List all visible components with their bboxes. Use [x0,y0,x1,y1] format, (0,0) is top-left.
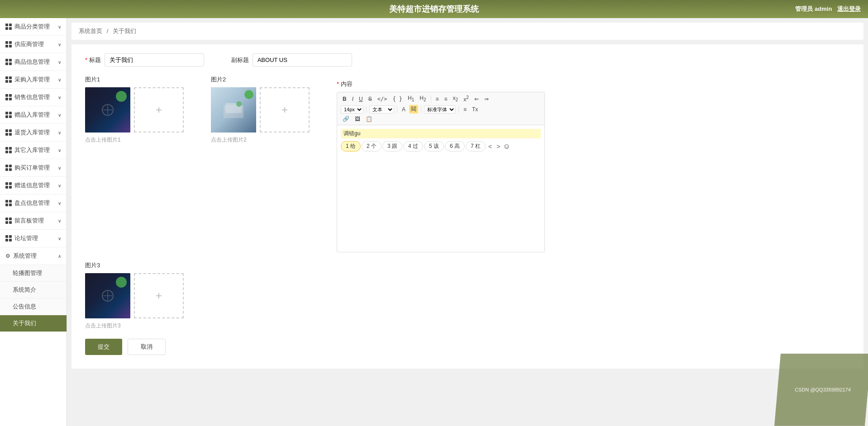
suggestion-4[interactable]: 4 过 [403,141,423,151]
sidebar-item-forum[interactable]: 论坛管理 ∨ [0,230,67,247]
rich-text-editor[interactable]: B I U S </> { } H1 H2 ≡ ≡ [337,92,545,252]
sidebar-item-gift-purchase[interactable]: 赠品入库管理 ∨ [0,106,67,124]
sidebar-label: 商品信息管理 [14,58,50,66]
subtitle-field: 副标题 [231,53,352,66]
suggestion-3[interactable]: 3 跟 [382,141,402,151]
chevron-down-icon: ∨ [58,236,61,241]
suggestion-prev-button[interactable]: < [486,142,494,151]
font-family-select[interactable]: 标准字体 宋体 黑体 [424,105,456,114]
sidebar-label: 商品分类管理 [14,23,50,31]
image3-label: 图片3 [85,261,184,270]
toolbar-row2: 14px 12px 16px 18px 文本 标题1 标题2 [341,105,541,114]
underline-button[interactable]: U [357,95,365,103]
grid-icon [5,41,12,47]
title-input[interactable] [105,53,204,66]
font-color-button[interactable]: A [400,105,407,114]
suggestion-7[interactable]: 7 杠 [466,141,486,151]
font-size-select[interactable]: 14px 12px 16px 18px [341,105,363,114]
sidebar-item-return[interactable]: 退货入库管理 ∨ [0,124,67,142]
list-button[interactable]: ≡ [434,95,441,103]
bold-button[interactable]: B [341,95,348,103]
image1-label: 图片1 [85,76,184,84]
sidebar-item-other-purchase[interactable]: 其它入库管理 ∨ [0,142,67,159]
suggestion-5[interactable]: 5 该 [424,141,444,151]
app-title: 美特超市进销存管理系统 [389,5,479,14]
code-button[interactable]: </> [376,95,389,103]
sidebar-label: 退货入库管理 [14,128,50,137]
chevron-down-icon: ∨ [58,113,61,118]
superscript-button[interactable]: x2 [462,94,471,104]
font-highlight-button[interactable]: 閥 [409,105,418,114]
chevron-down-icon: ∨ [58,130,61,135]
main-content: 系统首页 / 关于我们 标题 副标题 [67,18,868,426]
subscript-button[interactable]: x2 [451,94,460,103]
sidebar-item-product-info[interactable]: 商品信息管理 ∨ [0,53,67,71]
sidebar-item-order[interactable]: 购买订单管理 ∨ [0,159,67,177]
sidebar-item-gift-send[interactable]: 赠送信息管理 ∨ [0,177,67,194]
sidebar-item-announcement[interactable]: 公告信息 [0,298,67,315]
image2-add-button[interactable]: + [260,87,310,133]
sidebar-label: 销售信息管理 [14,93,50,101]
sidebar-item-supplier[interactable]: 供应商管理 ∨ [0,36,67,53]
suggestion-next-button[interactable]: > [495,142,502,151]
submit-button[interactable]: 提交 [85,339,122,355]
sidebar-label: 留言板管理 [14,217,44,225]
image2-hint: 点击上传图片2 [211,136,310,144]
image1-add-button[interactable]: + [134,87,184,133]
editor-body[interactable]: 调错gu 1 给 2 个 3 跟 4 过 5 该 6 高 7 杠 < [337,125,544,252]
user-label: 管理员 admin [795,5,832,12]
link-button[interactable]: 🔗 [341,115,351,123]
ordered-list-button[interactable]: ≡ [443,95,449,103]
image-button[interactable]: 🖼 [353,115,362,123]
emoji-button[interactable]: ☺ [503,142,510,151]
header-user-area: 管理员 admin 退出登录 [795,5,861,13]
sidebar-item-about-us[interactable]: 关于我们 [0,315,67,332]
sidebar-item-inventory[interactable]: 盘点信息管理 ∨ [0,194,67,212]
images-row-2: 图片3 + 点击上 [85,261,850,330]
h1-button[interactable]: H1 [406,94,416,103]
sidebar-item-purchase[interactable]: 采购入库管理 ∨ [0,71,67,89]
chevron-down-icon: ∨ [58,183,61,188]
code-block-button[interactable]: { } [391,95,404,103]
sidebar-item-guestbook[interactable]: 留言板管理 ∨ [0,212,67,230]
strikethrough-button[interactable]: S [367,95,374,103]
sidebar-item-sales[interactable]: 销售信息管理 ∨ [0,89,67,106]
content-card: 标题 副标题 图片1 [72,44,863,369]
indent-right-button[interactable]: ⇒ [482,95,491,103]
chevron-down-icon: ∨ [58,24,61,29]
image2-section: 图片2 + 点击上 [211,76,310,252]
grid-icon [5,112,12,118]
breadcrumb-home[interactable]: 系统首页 [79,28,102,34]
sidebar-item-system-intro[interactable]: 系统简介 [0,282,67,298]
h2-button[interactable]: H2 [418,94,428,103]
indent-left-button[interactable]: ⇐ [472,95,481,103]
image3-hint: 点击上传图片3 [85,322,184,330]
logout-button[interactable]: 退出登录 [837,5,861,12]
cancel-button[interactable]: 取消 [128,339,166,355]
image3-preview [85,273,130,318]
italic-button[interactable]: I [350,95,355,103]
clipboard-button[interactable]: 📋 [364,115,374,123]
title-field: 标题 [85,53,204,66]
sidebar-label: 论坛管理 [14,234,38,242]
text-format-select[interactable]: 文本 标题1 标题2 [369,105,394,114]
svg-point-5 [236,101,242,107]
grid-icon [5,129,12,136]
subtitle-input[interactable] [253,53,352,66]
image3-section: 图片3 + 点击上 [85,261,184,330]
image3-add-button[interactable]: + [134,273,184,318]
sidebar-item-system[interactable]: ⚙ 系统管理 ∧ [0,247,67,265]
suggestion-2[interactable]: 2 个 [362,141,382,151]
align-left-button[interactable]: ≡ [462,105,468,114]
suggestion-1[interactable]: 1 给 [341,141,361,151]
sidebar-label: 赠送信息管理 [14,181,50,189]
chevron-down-icon: ∨ [58,42,61,47]
clear-format-button[interactable]: Tx [470,105,480,114]
sidebar-item-carousel[interactable]: 轮播图管理 [0,265,67,282]
toolbar-divider [458,106,459,113]
suggestion-6[interactable]: 6 高 [445,141,465,151]
sidebar-item-product-category[interactable]: 商品分类管理 ∨ [0,18,67,36]
sidebar-submenu-system: 轮播图管理 系统简介 公告信息 关于我们 [0,265,67,332]
toolbar-row1: B I U S </> { } H1 H2 ≡ ≡ [341,94,541,104]
sidebar-label: 供应商管理 [14,40,44,48]
